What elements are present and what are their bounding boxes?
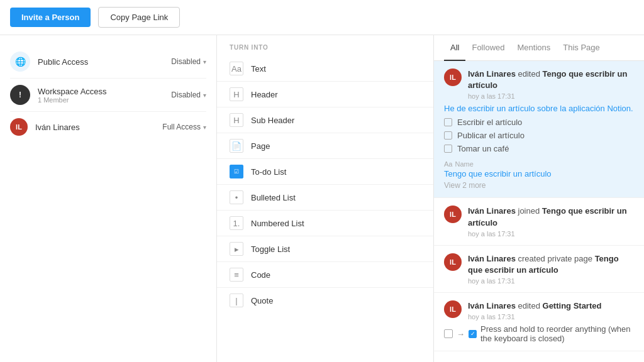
left-panel: 🌐 Public Access Disabled ▾ ! Workspace A… [0, 35, 217, 362]
notification-item: ILIván Linares joined Tengo que escribir… [434, 198, 644, 245]
view-more[interactable]: View 2 more [444, 181, 634, 190]
avatar: IL [444, 69, 462, 86]
public-access-title: Public Access [38, 57, 164, 67]
arrow-row: →✓Press and hold to reorder anything (wh… [444, 324, 634, 343]
notif-header: ILIván Linares joined Tengo que escribir… [444, 206, 634, 237]
checkbox-row: Tomar un café [444, 142, 634, 155]
menu-item[interactable]: 📄Page [217, 133, 433, 158]
checkbox-label: Publicar el artículo [457, 131, 525, 140]
menu-item[interactable]: ≡Code [217, 262, 433, 287]
checkbox-checked[interactable]: ✓ [469, 330, 477, 338]
menu-item-label: Text [251, 64, 266, 74]
notif-text: Iván Linares edited Getting Started [468, 300, 601, 312]
notification-item: ILIván Linares created private page Teng… [434, 246, 644, 293]
menu-item-label: Quote [251, 296, 273, 305]
workspace-access-subtitle: 1 Member [38, 96, 164, 104]
menu-item-label: Page [251, 141, 270, 151]
public-access-row: 🌐 Public Access Disabled ▾ [10, 45, 206, 79]
globe-icon: 🌐 [10, 52, 30, 72]
chevron-down-icon: ▾ [203, 92, 206, 99]
menu-item-icon: | [230, 293, 243, 307]
user-info: Iván Linares [35, 123, 155, 132]
notif-description: He de escribir un artículo sobre la apli… [444, 104, 634, 113]
menu-item-icon: 1. [230, 216, 243, 230]
notification-item: ILIván Linares edited Getting Startedhoy… [434, 293, 644, 351]
notif-text-wrap: Iván Linares edited Tengo que escribir u… [468, 69, 634, 100]
notif-text: Iván Linares edited Tengo que escribir u… [468, 69, 634, 91]
user-access-row: IL Iván Linares Full Access ▾ [10, 112, 206, 142]
checkbox[interactable] [444, 329, 453, 338]
tab-this-page[interactable]: This Page [557, 35, 606, 61]
public-access-badge[interactable]: Disabled ▾ [171, 57, 206, 66]
workspace-access-title: Workspace Access [38, 87, 164, 96]
checkbox[interactable] [444, 131, 452, 140]
arrow-text: Press and hold to reorder anything (when… [480, 324, 634, 343]
menu-item-label: Code [251, 270, 270, 280]
menu-item[interactable]: HHeader [217, 82, 433, 107]
middle-panel: TURN INTO AaTextHHeaderHSub Header📄Page☑… [217, 35, 434, 362]
notif-content: He de escribir un artículo sobre la apli… [444, 104, 634, 190]
menu-item-label: Header [251, 90, 278, 99]
menu-item-icon: H [230, 87, 243, 101]
notif-text-wrap: Iván Linares joined Tengo que escribir u… [468, 206, 634, 237]
notif-text: Iván Linares joined Tengo que escribir u… [468, 206, 634, 228]
copy-link-button[interactable]: Copy Page Link [98, 7, 180, 28]
workspace-access-row: ! Workspace Access 1 Member Disabled ▾ [10, 79, 206, 112]
tabs-bar: AllFollowedMentionsThis Page [434, 35, 644, 61]
menu-item[interactable]: HSub Header [217, 107, 433, 133]
menu-items-container: AaTextHHeaderHSub Header📄Page☑To-do List… [217, 56, 433, 313]
chevron-down-icon: ▾ [203, 124, 206, 131]
tab-followed[interactable]: Followed [465, 35, 511, 61]
tab-mentions[interactable]: Mentions [511, 35, 557, 61]
menu-item-icon: Aa [230, 62, 243, 75]
notifications-list: ILIván Linares edited Tengo que escribir… [434, 61, 644, 351]
menu-item-label: Numbered List [251, 219, 304, 228]
turn-into-label: TURN INTO [217, 35, 433, 56]
notif-time: hoy a las 17:31 [468, 313, 601, 321]
menu-item-label: Toggle List [251, 244, 290, 254]
avatar: IL [444, 206, 462, 223]
menu-item[interactable]: |Quote [217, 288, 433, 313]
menu-item[interactable]: AaText [217, 56, 433, 81]
arrow-icon: → [457, 329, 465, 339]
avatar: IL [444, 253, 462, 271]
menu-item[interactable]: 1.Numbered List [217, 211, 433, 236]
top-bar: Invite a Person Copy Page Link [0, 0, 644, 35]
user-access-badge[interactable]: Full Access ▾ [162, 123, 206, 131]
notif-content: →✓Press and hold to reorder anything (wh… [444, 324, 634, 343]
workspace-access-badge[interactable]: Disabled ▾ [171, 90, 206, 99]
menu-item-icon: ☑ [230, 165, 243, 178]
menu-item-icon: H [230, 113, 243, 127]
checkbox-row: Escribir el artículo [444, 116, 634, 129]
menu-item-icon: • [230, 190, 243, 204]
menu-item-label: To-do List [251, 167, 286, 177]
menu-item-label: Sub Header [251, 116, 294, 125]
notif-time: hoy a las 17:31 [468, 92, 634, 100]
notif-text-wrap: Iván Linares edited Getting Startedhoy a… [468, 300, 601, 321]
workspace-icon: ! [10, 85, 30, 105]
notif-header: ILIván Linares created private page Teng… [444, 253, 634, 285]
notif-text: Iván Linares created private page Tengo … [468, 253, 634, 276]
menu-item-icon: 📄 [230, 139, 243, 153]
menu-item-icon: ≡ [230, 268, 243, 282]
notif-header: ILIván Linares edited Getting Startedhoy… [444, 300, 634, 321]
menu-item[interactable]: ☑To-do List [217, 159, 433, 184]
menu-item-label: Bulleted List [251, 193, 296, 202]
main-layout: 🌐 Public Access Disabled ▾ ! Workspace A… [0, 35, 644, 362]
invite-button[interactable]: Invite a Person [10, 8, 91, 27]
menu-item[interactable]: •Bulleted List [217, 185, 433, 210]
avatar: IL [10, 118, 28, 136]
menu-item[interactable]: ▸Toggle List [217, 236, 433, 261]
public-access-info: Public Access [38, 57, 164, 67]
tab-all[interactable]: All [444, 35, 465, 61]
notification-item: ILIván Linares edited Tengo que escribir… [434, 61, 644, 198]
user-name: Iván Linares [35, 123, 155, 132]
checkbox[interactable] [444, 118, 452, 126]
notif-link[interactable]: Tengo que escribir un artículo [444, 169, 634, 178]
right-panel: AllFollowedMentionsThis Page ILIván Lina… [434, 35, 644, 362]
workspace-access-info: Workspace Access 1 Member [38, 87, 164, 104]
avatar: IL [444, 300, 462, 318]
checkbox[interactable] [444, 145, 452, 153]
chevron-down-icon: ▾ [203, 58, 206, 65]
notif-time: hoy a las 17:31 [468, 277, 634, 285]
